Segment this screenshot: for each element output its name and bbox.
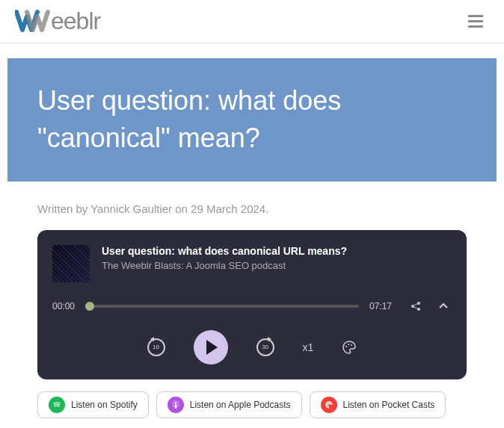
svg-point-2 <box>417 308 420 311</box>
podcast-player: User question: what does canonical URL m… <box>37 230 467 379</box>
spotify-icon <box>49 397 65 413</box>
listen-apple-label: Listen on Apple Podcasts <box>190 400 291 410</box>
share-button[interactable] <box>407 297 425 315</box>
svg-line-3 <box>414 303 418 306</box>
page-title: User question: what does "canonical" mea… <box>37 82 467 158</box>
svg-point-5 <box>345 346 347 347</box>
podcast-artwork <box>52 245 90 282</box>
svg-point-1 <box>417 302 420 305</box>
play-button[interactable] <box>194 330 228 365</box>
svg-line-4 <box>414 307 418 309</box>
chevron-up-icon <box>438 301 449 311</box>
logo[interactable]: eeblr <box>15 7 100 35</box>
progress-handle[interactable] <box>85 302 94 311</box>
skip-back-button[interactable]: 10 <box>144 335 168 359</box>
hero-banner: User question: what does "canonical" mea… <box>7 58 497 182</box>
collapse-button[interactable] <box>435 298 452 314</box>
listen-spotify-link[interactable]: Listen on Spotify <box>37 391 149 418</box>
menu-button[interactable] <box>462 9 489 34</box>
listen-pocket-label: Listen on Pocket Casts <box>343 400 435 410</box>
apple-podcasts-icon <box>168 397 184 413</box>
skip-forward-button[interactable]: 30 <box>253 335 277 359</box>
main-content: User question: what does "canonical" mea… <box>0 43 504 428</box>
listen-apple-link[interactable]: Listen on Apple Podcasts <box>156 391 302 418</box>
track-header: User question: what does canonical URL m… <box>52 245 452 282</box>
episode-title: User question: what does canonical URL m… <box>102 245 452 257</box>
site-header: eeblr <box>0 0 504 43</box>
svg-point-6 <box>348 344 349 345</box>
pocket-casts-icon <box>321 397 337 413</box>
svg-point-8 <box>174 402 176 404</box>
listen-links: Listen on Spotify Listen on Apple Podcas… <box>7 379 497 428</box>
logo-mark <box>15 9 51 34</box>
progress-bar[interactable] <box>90 305 359 308</box>
time-current: 00:00 <box>52 301 79 311</box>
skip-forward-icon: 30 <box>256 338 274 356</box>
byline: Written by Yannick Gaultier on 29 March … <box>7 182 497 230</box>
theme-button[interactable] <box>339 337 360 358</box>
skip-back-icon: 10 <box>147 338 165 356</box>
share-icon <box>410 300 422 312</box>
svg-point-7 <box>351 344 352 346</box>
play-icon <box>206 340 218 355</box>
listen-pocket-link[interactable]: Listen on Pocket Casts <box>310 391 446 418</box>
progress-row: 00:00 07:17 <box>52 297 452 315</box>
palette-icon <box>342 340 357 355</box>
player-controls: 10 30 x1 <box>52 330 452 365</box>
podcast-name: The Weeblr Blasts: A Joomla SEO podcast <box>102 260 452 271</box>
logo-text: eeblr <box>51 7 100 35</box>
speed-button[interactable]: x1 <box>303 341 314 353</box>
listen-spotify-label: Listen on Spotify <box>71 400 138 410</box>
time-duration: 07:17 <box>369 301 396 311</box>
